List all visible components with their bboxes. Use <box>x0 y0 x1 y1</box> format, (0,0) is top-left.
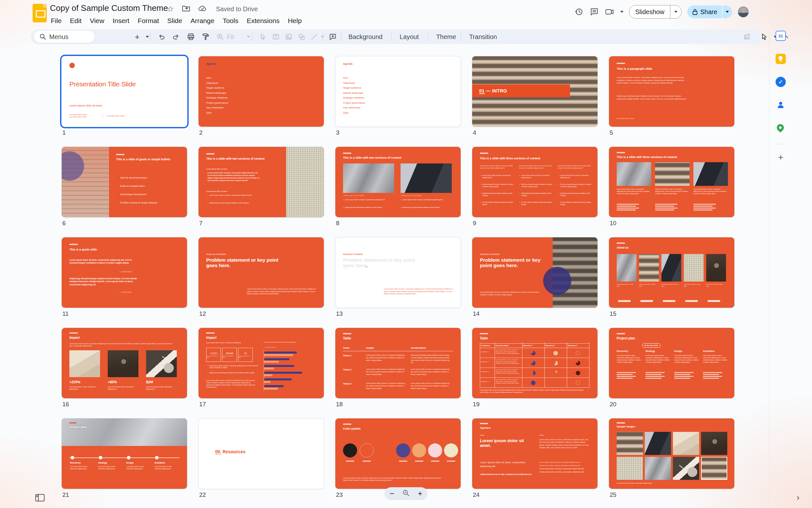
toolbar-transition-button[interactable]: Transition <box>466 30 500 44</box>
slide-cell-20: Project plan WE ARE HERE DiscoveryLorem … <box>609 328 734 398</box>
share-button[interactable]: Share <box>687 5 732 18</box>
tasks-icon[interactable]: ✓ <box>775 77 786 87</box>
slide-cell-14: PROBLEM STATEMENT Problem statement or k… <box>472 237 598 308</box>
slide-thumbnail-6[interactable]: This is a slide of goals or simple bulle… <box>62 147 187 217</box>
photo-placeholder <box>645 432 671 455</box>
slide-thumbnail-2[interactable]: Agenda IntroObjectivesTarget audienceMar… <box>198 56 324 127</box>
slide-number: 15 <box>610 310 616 318</box>
slideshow-button[interactable]: Slideshow <box>629 5 681 18</box>
share-dropdown[interactable] <box>722 5 732 18</box>
document-title[interactable]: Copy of Sample Custom Theme <box>50 3 168 13</box>
slides-logo-icon[interactable] <box>33 4 47 23</box>
line-dropdown-caret <box>317 30 328 44</box>
menu-edit[interactable]: Edit <box>66 16 86 26</box>
undo-icon[interactable] <box>156 30 167 44</box>
avatar[interactable] <box>738 6 749 17</box>
toolbar-divider <box>461 30 461 44</box>
camera-dropdown-caret[interactable] <box>620 11 623 13</box>
photo-placeholder <box>661 254 681 282</box>
print-icon[interactable] <box>185 30 196 44</box>
menu-arrange[interactable]: Arrange <box>186 16 219 26</box>
slide-cell-5: This is a paragraph slide Lorem ipsum do… <box>609 56 734 127</box>
slide-thumbnail-3[interactable]: Agenda IntroObjectivesTarget audienceMar… <box>335 56 461 127</box>
next-page-arrow[interactable]: › <box>797 493 800 503</box>
slide-thumbnail-21[interactable]: Project plan DiscoveryLorem ipsum dolor … <box>62 418 187 489</box>
slide-number: 16 <box>62 401 69 408</box>
slide-thumbnail-23[interactable]: Color palette Lorem ipsum dolor sit amet… <box>335 418 461 489</box>
menu-insert[interactable]: Insert <box>108 16 134 26</box>
pointer-mode-icon[interactable] <box>759 30 770 44</box>
menu-view[interactable]: View <box>86 16 108 26</box>
slide-number: 20 <box>610 401 616 408</box>
redo-icon[interactable] <box>171 30 182 44</box>
slide-number: 18 <box>336 401 343 408</box>
slide-thumbnail-9[interactable]: This is a slide with three sections of c… <box>472 147 598 217</box>
insert-comment-icon[interactable] <box>327 30 338 44</box>
saved-cloud-icon[interactable] <box>198 5 206 13</box>
slide-thumbnail-25[interactable]: Sample images ANDO Lorem ipsum dolor sit… <box>609 418 734 489</box>
slide-thumbnail-13[interactable]: PROBLEM STATEMENT Problem statement or k… <box>335 237 461 308</box>
move-to-folder-icon[interactable] <box>182 5 190 13</box>
side-panel-separator <box>775 144 786 144</box>
maps-icon[interactable] <box>775 123 786 133</box>
slideshow-dropdown[interactable] <box>670 5 681 18</box>
version-history-icon[interactable] <box>574 7 584 17</box>
slide-cell-10: This is a slide with three sections of c… <box>609 147 734 217</box>
calendar-icon[interactable]: 31 <box>775 31 786 41</box>
slide-thumbnail-16[interactable]: Impact Lorem ipsum dolor sit amet, conse… <box>62 328 187 398</box>
toolbar-background-button[interactable]: Background <box>345 30 386 44</box>
zoom-out-button[interactable]: − <box>390 490 394 498</box>
slide-number: 21 <box>62 491 69 498</box>
toolbar-theme-button[interactable]: Theme <box>433 30 459 44</box>
new-slide-dropdown-caret[interactable] <box>142 30 153 44</box>
zoom-controls: − + <box>385 487 427 500</box>
slide-thumbnail-12[interactable]: PROBLEM STATEMENT Problem statement or k… <box>198 237 324 308</box>
slide-thumbnail-22[interactable]: 00. Resources <box>198 418 324 489</box>
menu-help[interactable]: Help <box>284 16 305 26</box>
slide-thumbnail-19[interactable]: TableCompetitorsKey observationsDimensio… <box>472 328 598 398</box>
slide-number: 10 <box>610 220 616 227</box>
slide-cell-25: Sample images ANDO Lorem ipsum dolor sit… <box>609 418 734 489</box>
slide-thumbnail-11[interactable]: This is a quote slide Lorem ipsum dolor … <box>62 237 187 308</box>
photo-placeholder <box>639 254 659 282</box>
menu-slide[interactable]: Slide <box>163 16 186 26</box>
slide-thumbnail-15[interactable]: About us Lorem ipsum dolor sit amet dolo… <box>609 237 734 308</box>
slide-thumbnail-17[interactable]: Impact Lorem ipsum dolor sit amet, conse… <box>198 328 324 398</box>
slide-cell-11: This is a quote slide Lorem ipsum dolor … <box>62 237 187 308</box>
menu-extensions[interactable]: Extensions <box>243 16 284 26</box>
slide-thumbnail-8[interactable]: This is a slide with two sections of con… <box>335 147 461 217</box>
photo-placeholder <box>286 147 324 217</box>
bar-peach <box>264 374 272 376</box>
meet-camera-icon[interactable] <box>605 7 614 17</box>
plus-icon[interactable]: + <box>132 30 143 44</box>
slide-thumbnail-4[interactable]: 01 — INTRO <box>472 56 598 127</box>
slide-thumbnail-7[interactable]: This is a slide with two sections of con… <box>198 147 324 217</box>
slide-thumbnail-5[interactable]: This is a paragraph slide Lorem ipsum do… <box>609 56 734 127</box>
zoom-in-button[interactable]: + <box>418 490 422 498</box>
slide-thumbnail-20[interactable]: Project plan WE ARE HERE DiscoveryLorem … <box>609 328 734 398</box>
menu-format[interactable]: Format <box>134 16 163 26</box>
color-swatch <box>428 443 442 458</box>
slide-thumbnail-24[interactable]: Typeface Lorem Lorem ipsum dolor sit ame… <box>472 418 598 489</box>
grid-view-toggle-icon[interactable] <box>35 494 45 502</box>
slide-number: 5 <box>610 129 613 136</box>
slide-thumbnail-10[interactable]: This is a slide with three sections of c… <box>609 147 734 217</box>
toolbar-layout-button[interactable]: Layout <box>396 30 422 44</box>
zoom-in-icon <box>215 30 226 44</box>
slide-number: 19 <box>473 401 480 408</box>
toolbar-divider <box>341 30 341 44</box>
bar-navy <box>264 358 289 360</box>
slide-thumbnail-1[interactable]: Presentation Title Slide Lorem ipsum dol… <box>62 56 187 127</box>
slide-thumbnail-14[interactable]: PROBLEM STATEMENT Problem statement or k… <box>472 237 598 308</box>
menu-tools[interactable]: Tools <box>219 16 243 26</box>
slide-cell-13: PROBLEM STATEMENT Problem statement or k… <box>335 237 461 308</box>
photo-placeholder <box>146 350 177 377</box>
comments-icon[interactable] <box>589 7 599 17</box>
get-addons-icon[interactable]: + <box>778 153 783 162</box>
contacts-icon[interactable] <box>775 100 786 110</box>
keep-icon[interactable] <box>775 54 786 64</box>
menu-file[interactable]: File <box>47 16 66 26</box>
slide-thumbnail-18[interactable]: Table Theme Insights Considerations Them… <box>335 328 461 398</box>
star-icon[interactable]: ☆ <box>167 4 174 13</box>
paint-format-icon[interactable] <box>200 30 211 44</box>
